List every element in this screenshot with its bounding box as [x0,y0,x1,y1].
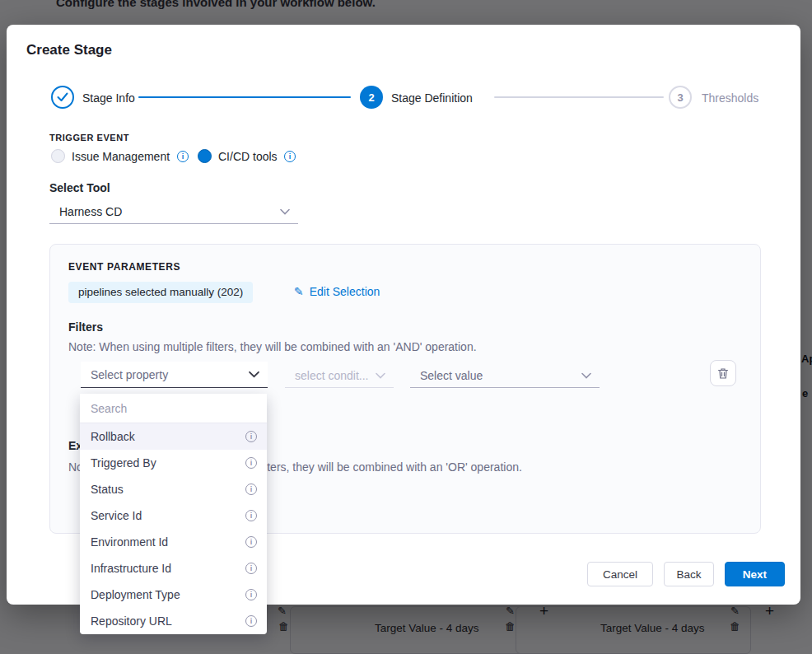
step-thresholds[interactable]: 3 [669,86,692,109]
dropdown-search [80,394,267,423]
info-icon[interactable]: i [177,151,189,162]
info-icon[interactable]: i [245,483,257,495]
trigger-event-label: TRIGGER EVENT [49,133,129,142]
filter-property-placeholder: Select property [91,368,168,381]
filter-property-select[interactable]: Select property [81,362,268,388]
radio-issue-management[interactable] [51,149,65,163]
info-icon[interactable]: i [284,151,296,162]
info-icon[interactable]: i [245,589,257,600]
dropdown-option-infrastructure-id[interactable]: Infrastructure Id i [80,555,267,582]
check-icon [57,92,68,102]
property-dropdown: Rollback i Triggered By i Status i Servi… [80,394,267,634]
dropdown-search-input[interactable] [91,402,256,415]
step-stage-definition-label[interactable]: Stage Definition [391,91,473,105]
dropdown-option-repository-url[interactable]: Repository URL i [80,608,267,634]
dropdown-option-label: Triggered By [91,456,156,469]
info-icon[interactable]: i [245,431,257,442]
chevron-down-icon [249,371,259,378]
filters-title: Filters [68,320,103,334]
dropdown-option-triggered-by[interactable]: Triggered By i [80,450,267,476]
dropdown-option-label: Service Id [91,509,142,522]
dropdown-option-label: Status [91,483,124,496]
filter-condition-placeholder: select condit... [295,369,369,382]
event-parameters-title: EVENT PARAMETERS [68,261,180,273]
radio-issue-management-label: Issue Management [72,150,170,163]
select-tool-label: Select Tool [49,181,110,194]
dropdown-option-label: Rollback [91,430,135,443]
tool-select[interactable]: Harness CD [49,199,298,224]
dropdown-option-label: Deployment Type [91,588,180,601]
chevron-down-icon [581,372,591,379]
tool-select-value: Harness CD [59,205,122,218]
dropdown-option-status[interactable]: Status i [80,476,267,502]
info-icon[interactable]: i [245,615,257,627]
dropdown-option-deployment-type[interactable]: Deployment Type i [80,582,267,608]
info-icon[interactable]: i [245,536,257,548]
step-thresholds-label[interactable]: Thresholds [702,91,758,105]
filter-value-select[interactable]: Select value [410,363,600,388]
radio-cicd-tools-label: CI/CD tools [218,150,278,163]
radio-cicd-tools[interactable] [198,149,212,163]
chevron-down-icon [376,372,385,379]
pencil-icon: ✎ [294,286,304,297]
modal-title: Create Stage [26,42,112,58]
edit-selection-link[interactable]: ✎ Edit Selection [294,285,380,298]
edit-selection-label: Edit Selection [310,285,380,298]
delete-filter-button[interactable] [710,360,736,386]
step-stage-info[interactable] [51,86,74,109]
step-stage-definition[interactable]: 2 [360,86,383,109]
dropdown-option-environment-id[interactable]: Environment Id i [80,529,267,555]
info-icon[interactable]: i [245,457,257,469]
dropdown-option-label: Repository URL [91,614,172,628]
dropdown-option-label: Infrastructure Id [91,562,171,575]
info-icon[interactable]: i [245,563,257,574]
step-stage-info-label[interactable]: Stage Info [82,91,135,105]
trash-icon [717,367,729,380]
filter-value-placeholder: Select value [420,369,483,382]
cancel-button[interactable]: Cancel [587,562,653,586]
back-button[interactable]: Back [664,562,714,586]
chevron-down-icon [280,208,290,215]
dropdown-option-rollback[interactable]: Rollback i [80,423,267,450]
step-connector [138,96,351,98]
step-connector [494,96,664,98]
pipelines-selected-chip: pipelines selected manually (202) [68,282,253,303]
filters-note: Note: When using multiple filters, they … [68,340,477,353]
dropdown-option-label: Environment Id [91,535,168,549]
filter-condition-select[interactable]: select condit... [285,363,394,388]
next-button[interactable]: Next [725,562,785,586]
dropdown-option-service-id[interactable]: Service Id i [80,502,267,529]
create-stage-modal: Create Stage Stage Info 2 Stage Definiti… [7,25,800,605]
info-icon[interactable]: i [245,510,257,521]
